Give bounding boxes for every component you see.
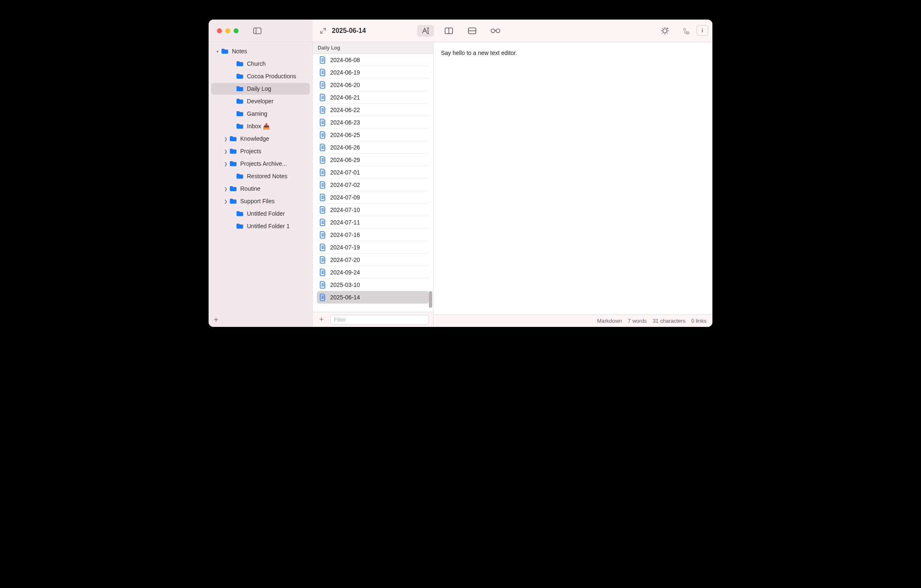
- file-row[interactable]: 2024-07-11: [317, 216, 429, 229]
- file-row[interactable]: 2024-06-19: [317, 66, 429, 79]
- folder-item[interactable]: ❯Routine: [211, 183, 310, 194]
- folder-label: Notes: [232, 48, 247, 55]
- new-file-button[interactable]: +: [317, 315, 326, 324]
- folder-item[interactable]: Inbox 📥: [211, 120, 310, 132]
- folder-item[interactable]: Untitled Folder: [211, 208, 310, 219]
- split-horizontal-view-button[interactable]: [464, 25, 480, 37]
- folder-item[interactable]: Untitled Folder 1: [211, 220, 310, 232]
- info-button[interactable]: [697, 25, 708, 36]
- chevron-right-icon[interactable]: ❯: [223, 149, 229, 154]
- titlebar: 2025-06-14: [209, 20, 712, 42]
- folder-tree[interactable]: ▾NotesChurchCocoa ProductionsDaily LogDe…: [209, 42, 312, 313]
- folder-icon: [236, 123, 244, 129]
- folder-item[interactable]: Daily Log: [211, 83, 310, 95]
- open-in-new-window-button[interactable]: [317, 25, 329, 37]
- folder-item[interactable]: ❯Projects Archive...: [211, 158, 310, 169]
- link-button[interactable]: [677, 25, 693, 37]
- new-folder-button[interactable]: +: [214, 315, 219, 325]
- status-bar: Markdown 7 words 31 characters 0 links: [433, 314, 712, 327]
- chevron-right-icon[interactable]: ❯: [223, 199, 229, 204]
- file-label: 2024-06-20: [330, 82, 360, 88]
- svg-point-9: [491, 29, 495, 32]
- chevron-down-icon[interactable]: ▾: [214, 49, 220, 54]
- main-body: ▾NotesChurchCocoa ProductionsDaily LogDe…: [209, 42, 712, 327]
- folder-item[interactable]: Restored Notes: [211, 170, 310, 182]
- document-icon: [319, 56, 326, 64]
- file-label: 2024-07-02: [330, 182, 360, 188]
- status-links: 0 links: [691, 318, 707, 324]
- sidebar-icon: [253, 27, 261, 34]
- ai-tools-button[interactable]: [657, 25, 673, 37]
- folder-item[interactable]: Gaming: [211, 108, 310, 120]
- file-row[interactable]: 2024-06-22: [317, 104, 429, 116]
- chevron-right-icon[interactable]: ❯: [223, 137, 229, 141]
- split-vertical-view-button[interactable]: [441, 25, 457, 37]
- folder-icon: [229, 136, 237, 142]
- file-label: 2024-06-29: [330, 157, 360, 163]
- file-row[interactable]: 2024-06-23: [317, 116, 429, 129]
- file-label: 2025-06-14: [330, 294, 360, 301]
- folder-icon: [236, 211, 244, 217]
- status-characters: 31 characters: [652, 318, 685, 324]
- editor-view-button[interactable]: [417, 25, 434, 37]
- file-row[interactable]: 2024-07-20: [317, 254, 429, 266]
- file-row[interactable]: 2024-09-24: [317, 266, 429, 279]
- link-icon: [680, 27, 690, 35]
- file-row[interactable]: 2024-06-21: [317, 91, 429, 104]
- file-label: 2024-07-11: [330, 219, 360, 226]
- file-label: 2024-06-22: [330, 107, 360, 113]
- status-format[interactable]: Markdown: [597, 318, 622, 324]
- file-list-scrollbar[interactable]: [429, 291, 432, 308]
- file-row[interactable]: 2025-03-10: [317, 279, 429, 291]
- folder-item[interactable]: ❯Knowledge: [211, 133, 310, 145]
- folder-item[interactable]: Developer: [211, 95, 310, 107]
- editor-content[interactable]: Say hello to a new text editor.: [433, 42, 712, 314]
- document-icon: [319, 119, 326, 126]
- file-row[interactable]: 2024-07-10: [317, 204, 429, 216]
- file-row[interactable]: 2024-07-09: [317, 191, 429, 204]
- folder-item[interactable]: Church: [211, 58, 310, 70]
- file-row[interactable]: 2024-06-29: [317, 154, 429, 166]
- document-icon: [319, 206, 326, 214]
- info-icon: [699, 27, 706, 34]
- document-icon: [319, 106, 326, 114]
- file-row[interactable]: 2024-07-02: [317, 179, 429, 191]
- file-row[interactable]: 2025-06-14: [317, 291, 429, 304]
- chevron-right-icon[interactable]: ❯: [223, 187, 229, 191]
- sparkle-gear-icon: [661, 27, 669, 35]
- toolbar-right-cluster: [657, 25, 708, 37]
- document-icon: [319, 256, 326, 264]
- zoom-window-button[interactable]: [234, 28, 239, 33]
- toggle-sidebar-button[interactable]: [251, 26, 264, 36]
- file-row[interactable]: 2024-06-26: [317, 141, 429, 154]
- folder-icon: [229, 161, 237, 167]
- file-label: 2024-06-25: [330, 132, 360, 138]
- file-label: 2024-07-10: [330, 207, 360, 213]
- document-title: 2025-06-14: [332, 27, 366, 35]
- folder-sidebar: ▾NotesChurchCocoa ProductionsDaily LogDe…: [209, 42, 313, 327]
- folder-label: Projects: [240, 148, 261, 154]
- file-row[interactable]: 2024-06-20: [317, 79, 429, 91]
- document-icon: [319, 181, 326, 189]
- file-row[interactable]: 2024-07-01: [317, 166, 429, 179]
- file-row[interactable]: 2024-07-19: [317, 241, 429, 254]
- file-list[interactable]: 2024-06-082024-06-192024-06-202024-06-21…: [313, 54, 433, 312]
- folder-item[interactable]: Cocoa Productions: [211, 70, 310, 82]
- preview-view-button[interactable]: [487, 25, 504, 37]
- folder-item[interactable]: ❯Support Files: [211, 195, 310, 207]
- folder-root[interactable]: ▾Notes: [211, 45, 310, 57]
- file-row[interactable]: 2024-07-16: [317, 229, 429, 241]
- filter-input[interactable]: [330, 315, 429, 325]
- window-controls: [217, 28, 239, 33]
- file-row[interactable]: 2024-06-25: [317, 129, 429, 141]
- file-row[interactable]: 2024-06-08: [317, 54, 429, 66]
- folder-label: Church: [247, 60, 266, 67]
- file-label: 2024-07-01: [330, 169, 360, 176]
- document-icon: [319, 281, 326, 289]
- chevron-right-icon[interactable]: ❯: [223, 162, 229, 166]
- folder-item[interactable]: ❯Projects: [211, 145, 310, 157]
- close-window-button[interactable]: [217, 28, 222, 33]
- document-icon: [319, 144, 326, 151]
- minimize-window-button[interactable]: [225, 28, 230, 33]
- file-label: 2024-07-19: [330, 244, 360, 251]
